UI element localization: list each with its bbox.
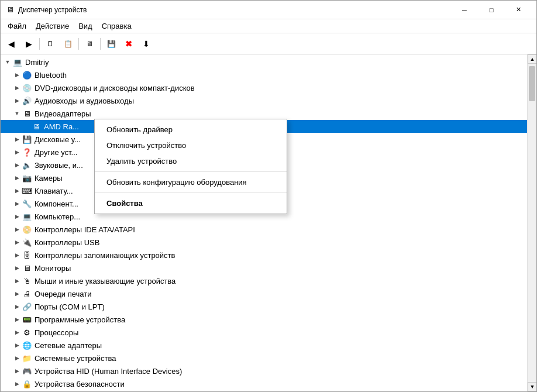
icon-security: 🔒 [22,379,32,389]
update-toolbar-button[interactable]: 📋 [60,36,76,52]
tree-item-usb[interactable]: ▶ 🔌 Контроллеры USB [1,236,527,249]
tree-item-bluetooth[interactable]: ▶ 🔵 Bluetooth [1,68,527,81]
scroll-thumb[interactable] [529,66,535,101]
expand-security[interactable]: ▶ [12,379,22,388]
tree-item-print-queue[interactable]: ▶ 🖨 Очереди печати [1,287,527,300]
toolbar-sep-1 [39,38,40,50]
icon-audio: 🔊 [22,95,32,106]
icon-ports: 🔗 [22,301,32,312]
tree-item-root[interactable]: ▼ 💻 Dmitriy [1,56,527,68]
context-scan-hardware[interactable]: Обновить конфигурацию оборудования [95,174,287,190]
icon-processors: ⚙ [22,327,32,338]
tree-item-storage-ctrl[interactable]: ▶ 🗄 Контроллеры запоминающих устройств [1,249,527,262]
label-program-dev: Программные устройства [35,315,125,324]
label-other: Другие уст... [35,148,77,157]
tree-item-audio[interactable]: ▶ 🔊 Аудиовходы и аудиовыходы [1,94,527,107]
tree-item-processors[interactable]: ▶ ⚙ Процессоры [1,326,527,339]
expand-keyboards[interactable]: ▶ [12,186,22,195]
scan-toolbar-button[interactable]: ⬇ [138,36,154,52]
label-ports: Порты (COM и LPT) [35,302,105,311]
context-disable-device[interactable]: Отключить устройство [95,137,287,153]
expand-monitors[interactable]: ▶ [12,263,22,273]
tree-item-mice[interactable]: ▶ 🖱 Мыши и иные указывающие устройства [1,274,527,287]
minimize-button[interactable]: ─ [451,1,478,19]
expand-other[interactable]: ▶ [12,147,22,157]
icon-monitors: 🖥 [22,263,32,273]
vertical-scrollbar[interactable]: ▲ ▼ [527,54,536,391]
menu-help[interactable]: Справка [97,20,136,32]
expand-dvd[interactable]: ▶ [12,83,22,92]
tree-item-sys-devices[interactable]: ▶ 📁 Системные устройства [1,352,527,365]
icon-sys-devices: 📁 [22,353,32,363]
icon-sound: 🔈 [22,160,32,170]
expand-bluetooth[interactable]: ▶ [12,70,22,80]
context-properties[interactable]: Свойства [95,195,287,211]
expand-ports[interactable]: ▶ [12,302,22,311]
forward-button[interactable]: ▶ [20,36,37,52]
expand-computer[interactable]: ▶ [12,212,22,221]
expand-storage-ctrl[interactable]: ▶ [12,250,22,260]
label-computer: Компьютер... [35,212,80,221]
label-disk: Дисковые у... [35,135,81,144]
show-hidden-toolbar-button[interactable]: 🖥 [81,36,98,52]
expand-sound[interactable]: ▶ [12,160,22,170]
label-keyboards: Клавиату... [35,187,73,195]
tree-item-ports[interactable]: ▶ 🔗 Порты (COM и LPT) [1,300,527,313]
expand-ide[interactable]: ▶ [12,225,22,234]
tree-item-hid[interactable]: ▶ 🎮 Устройства HID (Human Interface Devi… [1,365,527,377]
expand-disk[interactable]: ▶ [12,135,22,144]
label-dvd: DVD-дисководы и дисководы компакт-дисков [35,84,195,92]
tree-item-net-adapters[interactable]: ▶ 🌐 Сетевые адаптеры [1,339,527,352]
expand-audio[interactable]: ▶ [12,96,22,105]
expand-root[interactable]: ▼ [3,57,12,67]
context-separator [95,171,287,172]
icon-root: 💻 [12,57,23,67]
maximize-button[interactable]: □ [478,1,505,19]
label-net-adapters: Сетевые адаптеры [35,341,102,350]
properties-toolbar-button[interactable]: 🗒 [42,36,58,52]
label-security: Устройства безопасности [35,380,125,388]
icon-bluetooth: 🔵 [22,70,32,80]
menu-file[interactable]: Файл [3,20,31,32]
icon-net-adapters: 🌐 [22,340,32,350]
expand-print-queue[interactable]: ▶ [12,289,22,298]
expand-processors[interactable]: ▶ [12,328,22,337]
menu-action[interactable]: Действие [31,20,74,32]
label-mice: Мыши и иные указывающие устройства [35,277,175,286]
icon-disk: 💾 [22,134,32,145]
tree-item-monitors[interactable]: ▶ 🖥 Мониторы [1,262,527,274]
uninstall-toolbar-button[interactable]: 💾 [103,36,119,52]
expand-mice[interactable]: ▶ [12,276,22,286]
icon-usb: 🔌 [22,237,32,247]
label-monitors: Мониторы [35,264,71,273]
scroll-down-button[interactable]: ▼ [528,382,536,391]
tree-item-program-dev[interactable]: ▶ 📟 Программные устройства [1,313,527,326]
expand-amd [22,122,31,131]
menu-view[interactable]: Вид [74,20,97,32]
tree-item-security[interactable]: ▶ 🔒 Устройства безопасности [1,377,527,390]
tree-item-dvd[interactable]: ▶ 💿 DVD-дисководы и дисководы компакт-ди… [1,81,527,94]
back-button[interactable]: ◀ [3,36,19,52]
expand-sys-devices[interactable]: ▶ [12,353,22,363]
tree-item-ide[interactable]: ▶ 📀 Контроллеры IDE ATA/ATAPI [1,223,527,236]
expand-program-dev[interactable]: ▶ [12,315,22,324]
content-area: ▼ 💻 Dmitriy ▶ 🔵 Bluetooth ▶ 💿 DVD-дисков… [1,54,536,391]
label-audio: Аудиовходы и аудиовыходы [35,97,134,105]
context-update-driver[interactable]: Обновить драйвер [95,122,287,137]
tree-item-video[interactable]: ▼ 🖥 Видеоадаптеры [1,107,527,120]
scroll-track[interactable] [528,64,536,382]
delete-toolbar-button[interactable]: ✖ [121,36,137,52]
icon-ide: 📀 [22,224,32,235]
expand-cameras[interactable]: ▶ [12,173,22,183]
context-uninstall-device[interactable]: Удалить устройство [95,153,287,169]
expand-components[interactable]: ▶ [12,199,22,208]
device-tree[interactable]: ▼ 💻 Dmitriy ▶ 🔵 Bluetooth ▶ 💿 DVD-дисков… [1,54,527,391]
expand-hid[interactable]: ▶ [12,366,22,376]
scroll-up-button[interactable]: ▲ [528,54,536,64]
expand-video[interactable]: ▼ [12,109,22,118]
close-button[interactable]: ✕ [505,1,532,19]
icon-mice: 🖱 [22,276,32,286]
context-separator-2 [95,192,287,193]
expand-net-adapters[interactable]: ▶ [12,341,22,350]
expand-usb[interactable]: ▶ [12,238,22,247]
